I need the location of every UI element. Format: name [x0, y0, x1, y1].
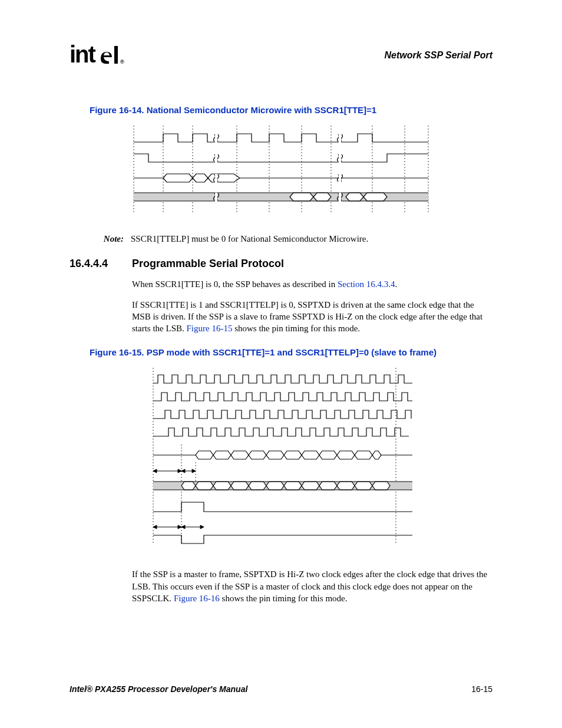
svg-text:®: ®	[120, 59, 124, 65]
page-footer: Intel® PXA255 Processor Developer's Manu…	[70, 684, 492, 694]
link-section-16-4-3-4[interactable]: Section 16.4.3.4	[338, 279, 395, 289]
intel-logo: int ®	[70, 41, 128, 70]
note-label: Note:	[90, 233, 124, 245]
footer-page-number: 16-15	[471, 684, 492, 694]
svg-text:int: int	[70, 41, 96, 67]
note-block: Note: SSCR1[TTELP] must be 0 for Nationa…	[90, 233, 492, 245]
section-number: 16.4.4.4	[70, 258, 132, 270]
para3-post: shows the pin timing for this mode.	[220, 594, 348, 603]
para1-post: .	[395, 279, 397, 289]
section-heading: 16.4.4.4 Programmable Serial Protocol	[70, 258, 492, 270]
paragraph-2: If SSCR1[TTE] is 1 and SSCR1[TTELP] is 0…	[132, 299, 492, 335]
figure-15-diagram	[70, 368, 492, 545]
page-header: int ® Network SSP Serial Port	[70, 41, 492, 70]
svg-rect-1	[114, 46, 118, 64]
figure-14-caption: Figure 16-14. National Semiconductor Mic…	[90, 105, 492, 115]
para2-post: shows the pin timing for this mode.	[232, 324, 360, 333]
link-figure-16-15[interactable]: Figure 16-15	[187, 324, 233, 333]
footer-manual-title: Intel® PXA255 Processor Developer's Manu…	[70, 684, 247, 694]
section-title: Programmable Serial Protocol	[132, 258, 284, 270]
para1-pre: When SSCR1[TTE] is 0, the SSP behaves as…	[132, 279, 338, 289]
paragraph-3: If the SSP is a master to frame, SSPTXD …	[132, 568, 492, 604]
link-figure-16-16[interactable]: Figure 16-16	[174, 594, 220, 603]
note-text: SSCR1[TTELP] must be 0 for National Semi…	[131, 233, 368, 245]
paragraph-1: When SSCR1[TTE] is 0, the SSP behaves as…	[132, 278, 492, 290]
figure-15-caption: Figure 16-15. PSP mode with SSCR1[TTE]=1…	[90, 347, 492, 357]
figure-14-diagram	[70, 126, 492, 214]
chapter-title: Network SSP Serial Port	[385, 50, 492, 61]
